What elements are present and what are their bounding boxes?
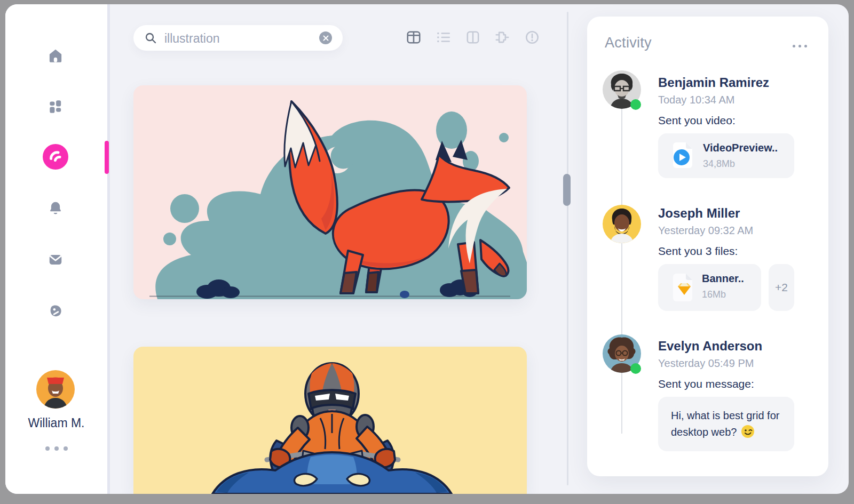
sidebar-item-notifications[interactable] (43, 195, 68, 221)
sidebar: William M. (5, 4, 110, 494)
entry-name: Joseph Miller (658, 205, 818, 221)
tag-icon (48, 303, 64, 319)
fox-illustration (133, 85, 527, 299)
online-dot-evelyn (630, 363, 641, 374)
activity-title: Activity (605, 35, 652, 51)
entry-name: Evelyn Anderson (658, 338, 818, 354)
sidebar-item-messages[interactable] (43, 247, 68, 273)
sidebar-item-dashboard[interactable] (43, 93, 68, 119)
wink-emoji-icon (741, 425, 755, 438)
sidebar-item-active-brand[interactable] (43, 144, 68, 170)
message-bubble[interactable]: Hi, what is best grid for desktop web? (658, 397, 794, 451)
columns-view-icon (465, 29, 481, 47)
swoosh-logo-icon (43, 144, 68, 170)
entry-action: Sent you video: (658, 114, 818, 127)
gallery-card-rider[interactable] (133, 347, 527, 494)
mail-icon (48, 252, 64, 268)
view-grid-button[interactable] (403, 27, 424, 49)
alert-circle-icon (524, 29, 540, 47)
screenshot-frame: William M. (0, 0, 854, 504)
app-window: William M. (5, 4, 849, 494)
plugin-button[interactable] (492, 27, 513, 49)
sidebar-item-home[interactable] (43, 43, 68, 69)
list-view-icon (436, 29, 452, 47)
scrollbar-thumb[interactable] (563, 174, 571, 206)
activity-more-button[interactable] (789, 44, 810, 48)
entry-action: Sent you 3 files: (658, 244, 818, 258)
entry-action: Sent you message: (658, 377, 818, 391)
entry-time: Today 10:34 AM (658, 93, 818, 107)
rider-illustration (133, 347, 527, 494)
activity-entry-benjamin: Benjamin Ramirez Today 10:34 AM Sent you… (658, 75, 818, 178)
activity-panel: Activity Benjamin Ramirez Today 10:34 AM… (587, 17, 828, 476)
attachment-title: Banner.. (702, 273, 744, 285)
attachment-size: 16Mb (702, 289, 726, 300)
alert-button[interactable] (521, 27, 543, 49)
dashboard-icon (48, 98, 64, 114)
search-icon (144, 31, 157, 46)
avatar-william[interactable] (36, 370, 75, 409)
home-icon (48, 48, 64, 64)
video-play-icon (669, 141, 697, 171)
attachment-video[interactable]: VideoPreview.. 34,8Mb (658, 133, 794, 178)
view-columns-button[interactable] (462, 27, 484, 49)
entry-name: Benjamin Ramirez (658, 75, 818, 91)
activity-timeline (621, 91, 622, 434)
active-nav-indicator (105, 141, 109, 174)
sidebar-more-button[interactable] (5, 446, 107, 451)
attachment-sketch-file[interactable]: Banner.. 16Mb (658, 264, 761, 311)
search-bar (133, 25, 343, 51)
search-input[interactable] (163, 25, 315, 52)
sidebar-item-tags[interactable] (43, 298, 68, 324)
entry-time: Yesterday 09:32 AM (658, 223, 818, 237)
sketch-file-icon (669, 273, 697, 305)
sidebar-user-name: William M. (5, 416, 107, 430)
clear-search-icon[interactable] (319, 31, 332, 44)
online-dot-benjamin (630, 99, 641, 110)
view-list-button[interactable] (433, 27, 454, 49)
grid-view-icon (406, 29, 422, 47)
plugin-icon (494, 29, 510, 47)
message-text: Hi, what is best grid for desktop web? (671, 410, 779, 438)
entry-time: Yesterday 05:49 PM (658, 356, 818, 370)
attachment-extra-badge[interactable]: +2 (769, 264, 794, 311)
bell-icon (48, 200, 64, 216)
attachment-size: 34,8Mb (703, 158, 735, 170)
scrollbar-track[interactable] (567, 12, 568, 485)
attachment-title: VideoPreview.. (703, 142, 778, 154)
avatar-joseph[interactable] (603, 205, 641, 243)
activity-entry-joseph: Joseph Miller Yesterday 09:32 AM Sent yo… (658, 205, 818, 311)
gallery-card-fox[interactable] (133, 85, 527, 299)
activity-entry-evelyn: Evelyn Anderson Yesterday 05:49 PM Sent … (658, 338, 818, 451)
